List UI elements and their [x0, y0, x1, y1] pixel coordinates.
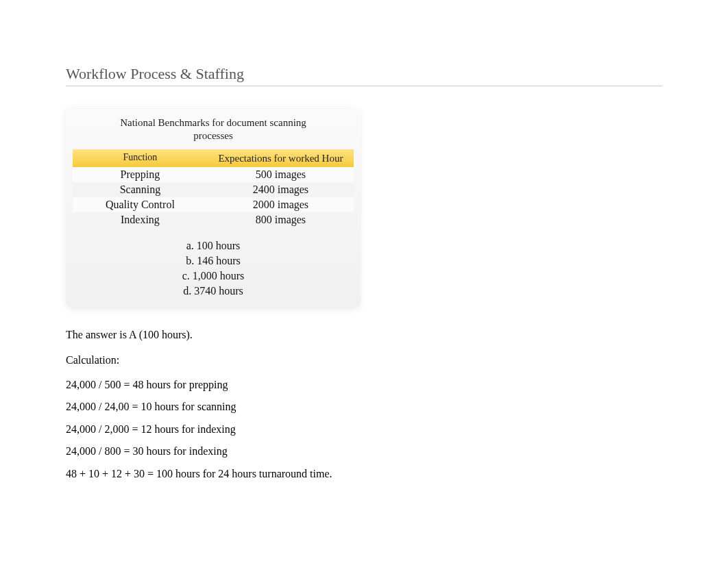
option-d: d. 3740 hours: [73, 284, 354, 299]
table-row: Scanning 2400 images: [73, 182, 354, 197]
calc-line: 24,000 / 800 = 30 hours for indexing: [66, 444, 728, 459]
cell-function: Scanning: [73, 182, 208, 197]
cell-expectation: 800 images: [208, 212, 354, 227]
answer-line: The answer is A (100 hours).: [66, 327, 728, 342]
calc-line: 24,000 / 500 = 48 hours for prepping: [66, 377, 728, 392]
table-row: Prepping 500 images: [73, 167, 354, 182]
cell-function: Indexing: [73, 212, 208, 227]
calc-line: 24,000 / 2,000 = 12 hours for indexing: [66, 422, 728, 437]
calc-line: 24,000 / 24,00 = 10 hours for scanning: [66, 399, 728, 414]
table-caption: National Benchmarks for document scannin…: [73, 116, 354, 149]
benchmarks-table: Function Expectations for worked Hour Pr…: [73, 149, 354, 228]
col-header-expectation: Expectations for worked Hour: [208, 149, 354, 168]
benchmarks-box: National Benchmarks for document scannin…: [66, 107, 361, 308]
cell-expectation: 2000 images: [208, 197, 354, 212]
answer-options: a. 100 hours b. 146 hours c. 1,000 hours…: [73, 238, 354, 299]
cell-expectation: 2400 images: [208, 182, 354, 197]
calc-total: 48 + 10 + 12 + 30 = 100 hours for 24 hou…: [66, 466, 728, 481]
calc-label: Calculation:: [66, 353, 728, 368]
table-row: Indexing 800 images: [73, 212, 354, 227]
cell-function: Quality Control: [73, 197, 208, 212]
cell-function: Prepping: [73, 167, 208, 182]
cell-expectation: 500 images: [208, 167, 354, 182]
page-title: Workflow Process & Staffing: [66, 65, 662, 86]
option-c: c. 1,000 hours: [73, 268, 354, 284]
option-a: a. 100 hours: [73, 238, 354, 253]
explanation: The answer is A (100 hours). Calculation…: [66, 327, 728, 481]
option-b: b. 146 hours: [73, 253, 354, 268]
table-row: Quality Control 2000 images: [73, 197, 354, 212]
col-header-function: Function: [73, 149, 208, 168]
